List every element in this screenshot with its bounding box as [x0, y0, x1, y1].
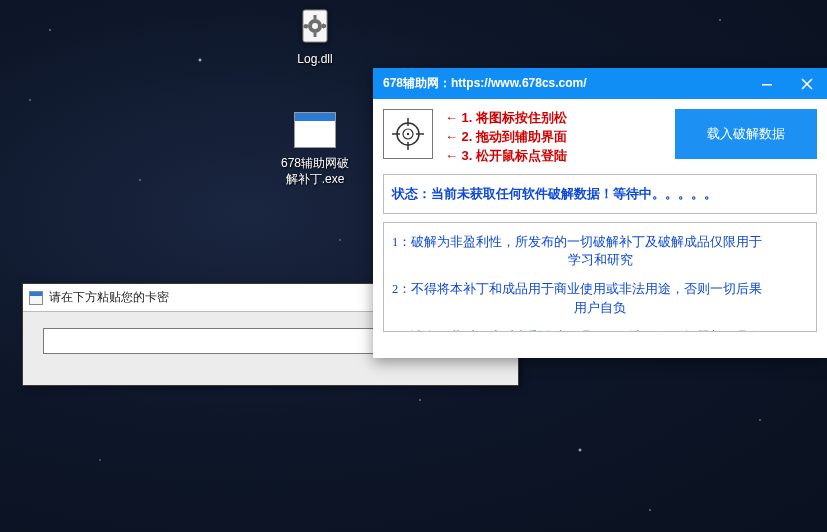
desktop-icon-label: Log.dll [297, 52, 332, 68]
rule-1-num: 1： [392, 235, 411, 249]
minimize-button[interactable] [747, 68, 787, 99]
rule-2-num: 2： [392, 282, 411, 296]
rule-3-num: 3： [392, 330, 411, 332]
rule-2-text-a: 不得将本补丁和成品用于商业使用或非法用途，否则一切后果 [411, 282, 762, 296]
rule-1: 1：破解为非盈利性，所发布的一切破解补丁及破解成品仅限用于 学习和研究 [392, 233, 808, 271]
gear-doc-icon [293, 4, 337, 48]
svg-rect-3 [314, 33, 317, 37]
crack-top-row: ← 1. 将图标按住别松 ← 2. 拖动到辅助界面 ← 3. 松开鼠标点登陆 载… [373, 99, 827, 174]
instruction-line-1: ← 1. 将图标按住别松 [445, 109, 567, 128]
instructions-text: ← 1. 将图标按住别松 ← 2. 拖动到辅助界面 ← 3. 松开鼠标点登陆 [445, 109, 567, 166]
drag-target-handle[interactable] [383, 109, 433, 159]
status-label: 状态： [392, 186, 431, 201]
instruction-line-3: ← 3. 松开鼠标点登陆 [445, 147, 567, 166]
status-box: 状态：当前未获取任何软件破解数据！等待中。。。。。 [383, 174, 817, 214]
status-text: 当前未获取任何软件破解数据！等待中。。。。。 [431, 186, 717, 201]
crack-titlebar[interactable]: 678辅助网：https://www.678cs.com/ [373, 68, 827, 99]
rules-box: 1：破解为非盈利性，所发布的一切破解补丁及破解成品仅限用于 学习和研究 2：不得… [383, 222, 817, 332]
svg-rect-11 [762, 84, 772, 86]
crosshair-icon [391, 117, 425, 151]
crack-title-text: 678辅助网：https://www.678cs.com/ [383, 75, 587, 92]
load-button-label: 载入破解数据 [707, 125, 785, 143]
desktop-icon-678-exe[interactable]: 678辅助网破解补丁.exe [275, 108, 355, 187]
rule-2-text-b: 用户自负 [392, 299, 808, 318]
crack-window: 678辅助网：https://www.678cs.com/ ← 1. 将图标按住… [373, 68, 827, 358]
desktop-icon-label: 678辅助网破解补丁.exe [275, 156, 355, 187]
svg-point-18 [407, 133, 409, 135]
svg-point-10 [312, 23, 318, 29]
instruction-line-2: ← 2. 拖动到辅助界面 [445, 128, 567, 147]
app-window-icon [29, 291, 43, 305]
svg-rect-2 [314, 15, 317, 19]
window-thumb-icon [293, 108, 337, 152]
rule-3: 3：请在下载后24小时内删除本工具，否则出现任何问题与工具作 [392, 328, 808, 332]
rule-1-text-a: 破解为非盈利性，所发布的一切破解补丁及破解成品仅限用于 [411, 235, 762, 249]
rule-2: 2：不得将本补丁和成品用于商业使用或非法用途，否则一切后果 用户自负 [392, 280, 808, 318]
load-crack-data-button[interactable]: 载入破解数据 [675, 109, 817, 159]
desktop-icon-log-dll[interactable]: Log.dll [275, 4, 355, 68]
rule-3-text-a: 请在下载后24小时内删除本工具，否则出现任何问题与工具作 [411, 330, 762, 332]
rule-1-text-b: 学习和研究 [392, 251, 808, 270]
close-button[interactable] [787, 68, 827, 99]
kami-title-text: 请在下方粘贴您的卡密 [49, 289, 169, 306]
